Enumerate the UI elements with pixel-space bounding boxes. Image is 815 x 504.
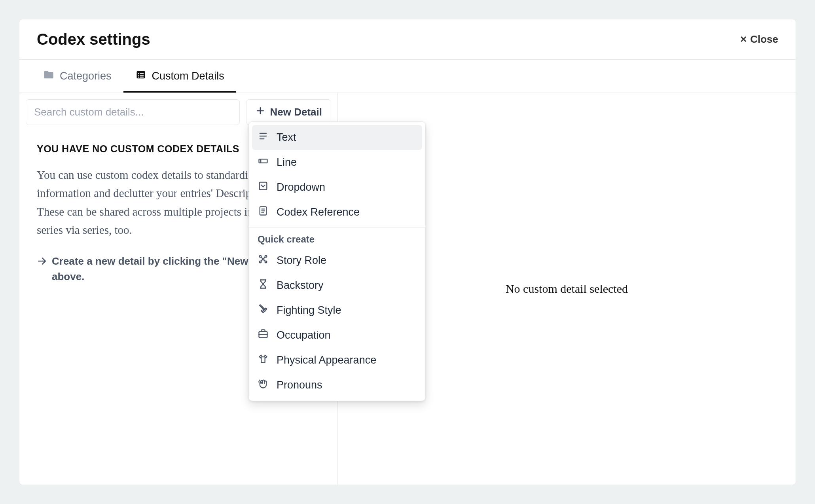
search-input[interactable]	[26, 99, 240, 125]
tab-categories[interactable]: Categories	[31, 60, 123, 93]
new-detail-dropdown: Text Line Dropdown	[248, 121, 426, 401]
dropdown-item-label: Dropdown	[277, 181, 325, 193]
dropdown-item-pronouns[interactable]: Pronouns	[252, 373, 422, 398]
dropdown-item-dropdown[interactable]: Dropdown	[252, 175, 422, 200]
dropdown-item-codex-reference[interactable]: Codex Reference	[252, 200, 422, 225]
sword-icon	[258, 303, 269, 317]
arrow-right-icon	[37, 254, 47, 271]
svg-rect-1	[138, 73, 139, 74]
modal-header: Codex settings ✕ Close	[19, 19, 796, 60]
tab-custom-details[interactable]: Custom Details	[123, 60, 236, 93]
tab-custom-details-label: Custom Details	[152, 70, 224, 82]
text-icon	[258, 131, 269, 144]
svg-rect-13	[259, 159, 267, 163]
close-icon: ✕	[740, 34, 747, 45]
plus-icon	[255, 106, 265, 119]
svg-rect-5	[138, 77, 139, 78]
dropdown-item-backstory[interactable]: Backstory	[252, 273, 422, 298]
svg-line-25	[261, 257, 263, 259]
briefcase-icon	[258, 328, 269, 342]
dropdown-item-label: Fighting Style	[277, 304, 341, 316]
list-icon	[135, 69, 146, 83]
shirt-icon	[258, 353, 269, 367]
modal-title: Codex settings	[37, 30, 150, 48]
close-label: Close	[750, 33, 778, 45]
dropdown-item-fighting-style[interactable]: Fighting Style	[252, 298, 422, 323]
line-icon	[258, 155, 269, 169]
dropdown-item-label: Story Role	[277, 254, 326, 267]
dropdown-item-physical-appearance[interactable]: Physical Appearance	[252, 348, 422, 373]
dropdown-quick-create-label: Quick create	[252, 230, 422, 248]
dropdown-item-occupation[interactable]: Occupation	[252, 323, 422, 348]
svg-line-26	[264, 257, 265, 259]
dropdown-item-line[interactable]: Line	[252, 150, 422, 175]
dropdown-item-label: Codex Reference	[277, 206, 360, 218]
svg-rect-4	[140, 75, 143, 76]
svg-rect-2	[140, 73, 143, 74]
svg-line-28	[264, 260, 265, 261]
svg-rect-6	[140, 77, 143, 78]
codex-settings-modal: Codex settings ✕ Close Categories Custom…	[19, 19, 796, 485]
svg-rect-15	[260, 182, 267, 190]
folder-icon	[43, 69, 54, 83]
tabs: Categories Custom Details	[19, 60, 796, 93]
right-panel-empty-message: No custom detail selected	[506, 282, 628, 296]
close-button[interactable]: ✕ Close	[740, 33, 778, 45]
dropdown-item-label: Pronouns	[277, 379, 322, 391]
dropdown-item-label: Text	[277, 131, 296, 144]
codex-icon	[258, 205, 269, 219]
dropdown-item-label: Line	[277, 156, 297, 169]
svg-line-27	[261, 260, 263, 261]
dropdown-item-story-role[interactable]: Story Role	[252, 248, 422, 273]
dropdown-divider	[249, 227, 425, 227]
content-area: New Detail YOU HAVE NO CUSTOM CODEX DETA…	[19, 93, 796, 485]
dropdown-item-label: Physical Appearance	[277, 354, 376, 366]
wave-hand-icon	[258, 378, 269, 392]
hourglass-icon	[258, 279, 269, 292]
dropdown-icon	[258, 180, 269, 194]
dropdown-item-label: Occupation	[277, 329, 331, 341]
left-panel: New Detail YOU HAVE NO CUSTOM CODEX DETA…	[19, 93, 338, 485]
new-detail-label: New Detail	[270, 106, 322, 118]
story-role-icon	[258, 254, 269, 267]
svg-rect-3	[138, 75, 139, 76]
dropdown-item-label: Backstory	[277, 279, 324, 292]
dropdown-item-text[interactable]: Text	[252, 125, 422, 150]
tab-categories-label: Categories	[60, 70, 112, 82]
